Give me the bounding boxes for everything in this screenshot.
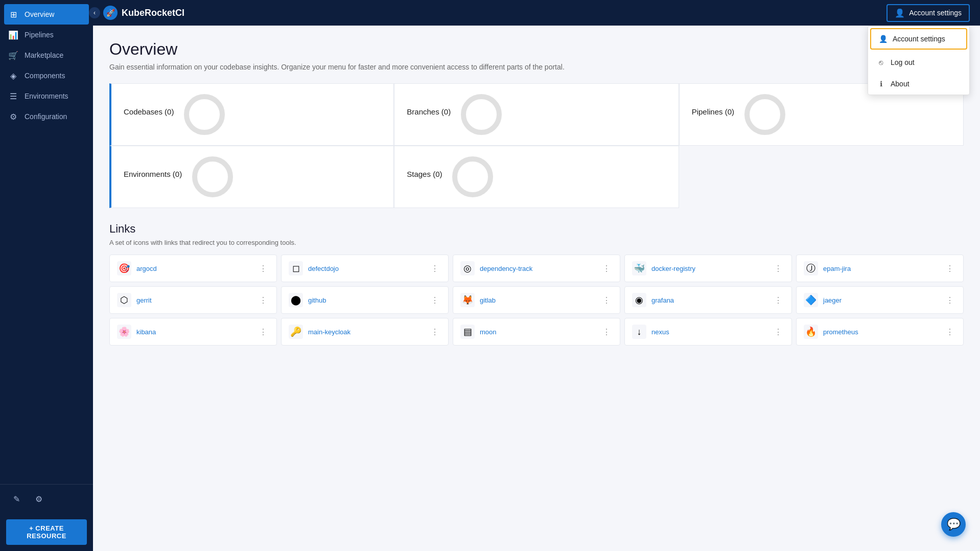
link-card-grafana[interactable]: ◉ grafana ⋮ — [624, 286, 792, 314]
stat-label-1: Branches (0) — [407, 107, 451, 116]
link-more-button-jaeger[interactable]: ⋮ — [944, 294, 956, 306]
components-icon: ◈ — [8, 71, 18, 81]
link-icon-nexus: ↓ — [632, 325, 646, 339]
donut-chart-2 — [744, 94, 785, 135]
link-icon-jaeger: 🔷 — [804, 293, 818, 307]
sidebar-item-overview-label: Overview — [25, 10, 54, 18]
gear-icon-button[interactable]: ⚙ — [31, 491, 47, 507]
link-more-button-gitlab[interactable]: ⋮ — [600, 294, 613, 306]
sidebar-item-overview[interactable]: ⊞ Overview — [4, 4, 89, 25]
link-card-github[interactable]: ⬤ github ⋮ — [281, 286, 449, 314]
dropdown-logout[interactable]: ⎋ Log out — [868, 52, 969, 73]
link-left-kibana: 🌸 kibana — [117, 325, 156, 339]
create-resource-button[interactable]: + CREATE RESOURCE — [6, 519, 87, 545]
link-card-moon[interactable]: ▤ moon ⋮ — [453, 318, 620, 346]
link-name-github: github — [308, 296, 326, 304]
link-more-button-moon[interactable]: ⋮ — [600, 326, 613, 338]
sidebar-item-marketplace[interactable]: 🛒 Marketplace — [0, 45, 93, 65]
sidebar-item-pipelines[interactable]: 📊 Pipelines — [0, 25, 93, 45]
link-icon-grafana: ◉ — [632, 293, 646, 307]
link-card-docker-registry[interactable]: 🐳 docker-registry ⋮ — [624, 255, 792, 282]
link-card-gitlab[interactable]: 🦊 gitlab ⋮ — [453, 286, 620, 314]
link-more-button-prometheus[interactable]: ⋮ — [944, 326, 956, 338]
sidebar-item-components-label: Components — [25, 72, 65, 80]
user-circle-icon: 👤 — [878, 34, 888, 43]
link-card-dependency-track[interactable]: ◎ dependency-track ⋮ — [453, 255, 620, 282]
link-name-argocd: argocd — [136, 265, 157, 272]
sidebar-item-components[interactable]: ◈ Components — [0, 65, 93, 86]
link-name-gerrit: gerrit — [136, 296, 152, 304]
link-name-jaeger: jaeger — [823, 296, 842, 304]
link-more-button-github[interactable]: ⋮ — [429, 294, 441, 306]
sidebar-collapse-button[interactable]: ‹ — [89, 7, 100, 18]
sidebar-item-pipelines-label: Pipelines — [25, 31, 54, 39]
sidebar-item-environments[interactable]: ☰ Environments — [0, 86, 93, 106]
links-section-title: Links — [109, 222, 964, 236]
link-more-button-argocd[interactable]: ⋮ — [257, 263, 269, 274]
link-more-button-docker-registry[interactable]: ⋮ — [772, 263, 784, 274]
link-left-gitlab: 🦊 gitlab — [460, 293, 496, 307]
dropdown-about-label: About — [891, 80, 909, 88]
stat-label-3: Environments (0) — [124, 170, 182, 178]
environments-icon: ☰ — [8, 91, 18, 101]
user-icon: 👤 — [895, 8, 905, 18]
link-name-epam-jira: epam-jira — [823, 265, 851, 272]
stat-label-4: Stages (0) — [407, 170, 442, 178]
link-more-button-dependency-track[interactable]: ⋮ — [600, 263, 613, 274]
configuration-icon: ⚙ — [8, 111, 18, 122]
link-card-jaeger[interactable]: 🔷 jaeger ⋮ — [796, 286, 964, 314]
account-settings-button[interactable]: 👤 Account settings — [886, 4, 970, 22]
link-card-main-keycloak[interactable]: 🔑 main-keycloak ⋮ — [281, 318, 449, 346]
link-icon-argocd: 🎯 — [117, 261, 131, 276]
stats-row-2: Environments (0) Stages (0) — [109, 146, 679, 208]
sidebar-item-configuration[interactable]: ⚙ Configuration — [0, 106, 93, 127]
link-more-button-nexus[interactable]: ⋮ — [772, 326, 784, 338]
link-card-defectdojo[interactable]: ◻ defectdojo ⋮ — [281, 255, 449, 282]
link-icon-moon: ▤ — [460, 325, 475, 339]
account-dropdown: 👤 Account settings ⎋ Log out ℹ About — [868, 26, 970, 95]
link-icon-main-keycloak: 🔑 — [289, 325, 303, 339]
link-left-github: ⬤ github — [289, 293, 326, 307]
stat-card-0: Codebases (0) — [109, 83, 394, 146]
link-name-moon: moon — [480, 328, 497, 336]
link-more-button-defectdojo[interactable]: ⋮ — [429, 263, 441, 274]
link-icon-prometheus: 🔥 — [804, 325, 818, 339]
link-left-nexus: ↓ nexus — [632, 325, 669, 339]
link-name-docker-registry: docker-registry — [651, 265, 695, 272]
link-more-button-gerrit[interactable]: ⋮ — [257, 294, 269, 306]
pencil-icon-button[interactable]: ✎ — [8, 491, 25, 507]
link-left-grafana: ◉ grafana — [632, 293, 674, 307]
account-settings-label: Account settings — [909, 9, 962, 17]
link-more-button-main-keycloak[interactable]: ⋮ — [429, 326, 441, 338]
link-icon-defectdojo: ◻ — [289, 261, 303, 276]
app-title: KubeRocketCI — [122, 8, 184, 18]
link-card-nexus[interactable]: ↓ nexus ⋮ — [624, 318, 792, 346]
link-name-main-keycloak: main-keycloak — [308, 328, 351, 336]
stat-card-4: Stages (0) — [394, 146, 679, 208]
sidebar-item-environments-label: Environments — [25, 92, 68, 100]
donut-chart-3 — [192, 156, 233, 197]
links-grid: 🎯 argocd ⋮ ◻ defectdojo ⋮ ◎ dependency-t… — [109, 255, 964, 346]
stat-card-3: Environments (0) — [109, 146, 394, 208]
link-card-argocd[interactable]: 🎯 argocd ⋮ — [109, 255, 277, 282]
dropdown-account-settings[interactable]: 👤 Account settings — [870, 28, 967, 50]
link-more-button-kibana[interactable]: ⋮ — [257, 326, 269, 338]
donut-chart-1 — [461, 94, 502, 135]
link-left-gerrit: ⬡ gerrit — [117, 293, 152, 307]
pipelines-icon: 📊 — [8, 30, 18, 40]
link-card-kibana[interactable]: 🌸 kibana ⋮ — [109, 318, 277, 346]
link-icon-gitlab: 🦊 — [460, 293, 475, 307]
link-left-main-keycloak: 🔑 main-keycloak — [289, 325, 351, 339]
link-card-epam-jira[interactable]: Ⓙ epam-jira ⋮ — [796, 255, 964, 282]
link-icon-kibana: 🌸 — [117, 325, 131, 339]
link-more-button-epam-jira[interactable]: ⋮ — [944, 263, 956, 274]
dropdown-about[interactable]: ℹ About — [868, 73, 969, 95]
sidebar-item-configuration-label: Configuration — [25, 112, 67, 121]
info-icon: ℹ — [876, 79, 885, 88]
link-card-gerrit[interactable]: ⬡ gerrit ⋮ — [109, 286, 277, 314]
chat-button[interactable]: 💬 — [941, 512, 966, 537]
link-icon-dependency-track: ◎ — [460, 261, 475, 276]
link-card-prometheus[interactable]: 🔥 prometheus ⋮ — [796, 318, 964, 346]
link-more-button-grafana[interactable]: ⋮ — [772, 294, 784, 306]
content-area: Overview Gain essential information on y… — [93, 26, 980, 551]
